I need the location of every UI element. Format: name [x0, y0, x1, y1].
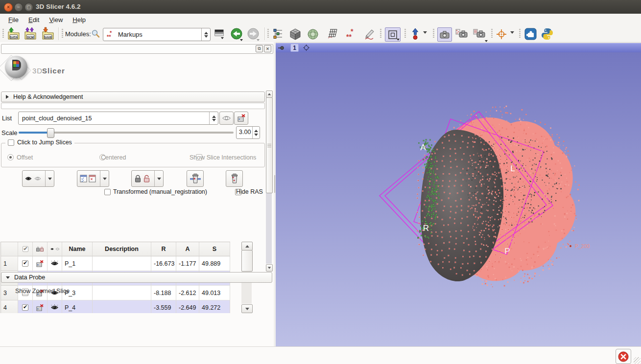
list-visibility-button[interactable]: [219, 112, 234, 125]
point-a[interactable]: -2.612: [176, 286, 199, 300]
pin-icon[interactable]: [278, 45, 285, 51]
panel-scrollbar[interactable]: [266, 91, 273, 271]
module-search-button[interactable]: [91, 29, 100, 38]
scene-capture-button[interactable]: [437, 27, 452, 42]
annotations-button[interactable]: [363, 28, 376, 41]
crosshair-button[interactable]: [496, 28, 507, 40]
module-selector-spinner[interactable]: [201, 28, 210, 41]
selected-dropdown[interactable]: [100, 171, 109, 186]
point-s[interactable]: 49.013: [199, 286, 230, 300]
r-header[interactable]: R: [151, 242, 176, 256]
scale-spinbox[interactable]: 3.00: [236, 126, 260, 139]
lock-dropdown[interactable]: [154, 171, 163, 186]
point-description[interactable]: [93, 256, 151, 271]
save-button[interactable]: SAVE: [41, 27, 55, 41]
point-name[interactable]: P_1: [62, 256, 93, 271]
place-markup-dropdown[interactable]: [423, 31, 427, 34]
models-module-button[interactable]: [307, 28, 319, 41]
volumes-module-button[interactable]: [289, 28, 302, 41]
history-back-button[interactable]: [230, 27, 243, 40]
point-r[interactable]: -3.559: [151, 300, 176, 313]
point-r[interactable]: -8.188: [151, 286, 176, 300]
module-selector[interactable]: * ** Markups: [103, 28, 211, 41]
layout-selector-button[interactable]: [214, 29, 225, 39]
extensions-manager-button[interactable]: [524, 27, 537, 41]
description-header[interactable]: Description: [93, 242, 151, 256]
data-probe-header[interactable]: Data Probe: [1, 272, 272, 283]
menu-edit[interactable]: Edit: [27, 16, 41, 24]
point-s[interactable]: 49.889: [199, 256, 230, 271]
visibility-cell[interactable]: [47, 256, 62, 271]
delete-markup-list-button[interactable]: [234, 112, 248, 125]
history-forward-button[interactable]: [247, 27, 260, 40]
toolbar-grip[interactable]: [267, 29, 269, 39]
subject-hierarchy-button[interactable]: [272, 28, 285, 40]
delete-selected-points-button[interactable]: *: [187, 170, 204, 187]
menu-file[interactable]: File: [7, 16, 20, 24]
a-header[interactable]: A: [176, 242, 199, 256]
panel-undock-button[interactable]: ⧉: [256, 45, 263, 52]
scene-view-restore-button[interactable]: [473, 28, 486, 39]
selected-checkbox[interactable]: [18, 300, 33, 313]
table-row[interactable]: 1P_1-16.673-1.17749.889: [1, 256, 230, 271]
visible-column-header[interactable]: [47, 242, 62, 256]
panel-dock-titlebar[interactable]: ⧉ ✕: [1, 44, 273, 54]
title-bar[interactable]: × − ▢ 3D Slicer 4.6.2: [0, 0, 641, 14]
threeD-view-header[interactable]: 1: [276, 43, 641, 53]
load-data-button[interactable]: DATA: [7, 27, 21, 41]
window-maximize-button[interactable]: ▢: [24, 3, 33, 12]
scale-slider-handle[interactable]: [47, 128, 54, 138]
menu-view[interactable]: View: [47, 16, 64, 24]
window-minimize-button[interactable]: −: [14, 3, 23, 12]
dicom-button[interactable]: DCM: [24, 27, 37, 41]
lock-cell[interactable]: [33, 256, 47, 271]
transformed-checkbox[interactable]: [104, 189, 111, 195]
python-console-button[interactable]: [541, 27, 554, 41]
point-name[interactable]: P_4: [62, 300, 93, 313]
point-a[interactable]: -2.649: [176, 300, 199, 313]
menu-bar[interactable]: FileEditViewHelp: [0, 14, 641, 25]
place-markup-button[interactable]: [409, 28, 421, 41]
transforms-module-button[interactable]: [326, 28, 339, 41]
resize-grip[interactable]: [634, 357, 641, 364]
toolbar-grip[interactable]: [62, 29, 63, 39]
delete-all-points-button[interactable]: * *: [226, 170, 243, 187]
locked-column-header[interactable]: [33, 242, 47, 256]
point-r[interactable]: -16.673: [151, 256, 176, 271]
toolbar-grip[interactable]: [2, 29, 4, 39]
point-description[interactable]: [93, 286, 151, 300]
visibility-cell[interactable]: [47, 300, 62, 313]
threeD-canvas[interactable]: A L R P P_200: [276, 52, 641, 346]
menu-help[interactable]: Help: [71, 16, 87, 24]
toolbar-grip[interactable]: [404, 29, 406, 39]
screenshot-button[interactable]: [385, 27, 401, 42]
point-a[interactable]: -1.177: [176, 256, 199, 271]
offset-radio[interactable]: [7, 154, 14, 160]
toolbar-grip[interactable]: [519, 29, 521, 39]
scale-spin-arrows[interactable]: [252, 127, 260, 138]
help-section-header[interactable]: Help & Acknowledgement: [1, 91, 265, 102]
name-header[interactable]: Name: [62, 242, 93, 256]
lock-cell[interactable]: [33, 300, 47, 313]
toggle-visibility-split-button[interactable]: [22, 170, 54, 187]
window-close-button[interactable]: ×: [4, 3, 13, 12]
selected-column-header[interactable]: [18, 242, 33, 256]
error-log-button[interactable]: [616, 349, 631, 364]
scene-view-button[interactable]: [455, 28, 468, 39]
toolbar-grip[interactable]: [491, 29, 493, 39]
view-options-icon[interactable]: [303, 44, 310, 51]
panel-close-button[interactable]: ✕: [264, 45, 271, 52]
point-description[interactable]: [93, 300, 151, 313]
visibility-dropdown[interactable]: [45, 171, 54, 186]
markup-list-selector[interactable]: point_cloud_denoised_15: [18, 112, 218, 125]
fiducial-p200[interactable]: P_200: [570, 243, 590, 249]
table-row[interactable]: 4P_4-3.559-2.64949.272: [1, 300, 230, 313]
s-header[interactable]: S: [199, 242, 230, 256]
markup-list-spinner[interactable]: [209, 112, 218, 124]
selected-checkbox[interactable]: [18, 256, 33, 271]
point-s[interactable]: 49.272: [199, 300, 230, 313]
toggle-lock-split-button[interactable]: [131, 170, 164, 187]
jump-slices-checkbox[interactable]: [8, 139, 14, 146]
toggle-selected-split-button[interactable]: [77, 170, 109, 187]
crosshair-dropdown[interactable]: [510, 31, 514, 34]
